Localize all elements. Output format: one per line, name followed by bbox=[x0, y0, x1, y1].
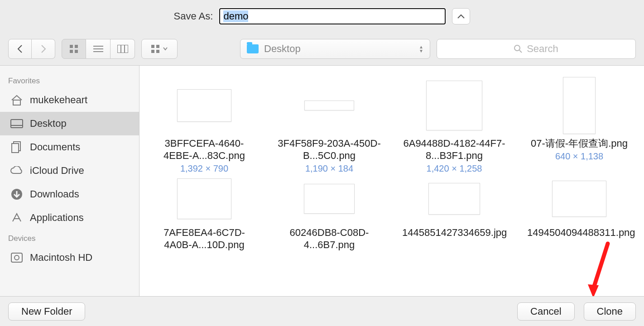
file-name: 1494504094488311.png bbox=[527, 226, 631, 239]
file-name: 07-请假-年假查询.png bbox=[531, 137, 628, 149]
file-thumbnail bbox=[428, 183, 480, 215]
svg-rect-11 bbox=[156, 45, 159, 48]
sidebar-item-macintosh-hd[interactable]: Macintosh HD bbox=[0, 246, 139, 269]
chevron-down-icon bbox=[163, 47, 168, 51]
svg-point-14 bbox=[514, 45, 520, 51]
file-thumbnail bbox=[177, 178, 231, 219]
sidebar-item-label: iCloud Drive bbox=[30, 165, 84, 177]
sidebar-item-label: Macintosh HD bbox=[30, 252, 92, 264]
home-icon bbox=[10, 94, 24, 106]
svg-rect-13 bbox=[156, 50, 159, 53]
disk-icon bbox=[10, 252, 24, 264]
footer: New Folder Cancel Clone bbox=[0, 296, 644, 326]
svg-point-24 bbox=[14, 255, 19, 260]
save-as-input[interactable] bbox=[219, 8, 446, 24]
arrange-button[interactable] bbox=[141, 39, 178, 59]
svg-rect-23 bbox=[11, 253, 22, 262]
svg-rect-16 bbox=[13, 100, 20, 105]
file-name: 6A94488D-4182-44F7-8...B3F1.png bbox=[402, 137, 506, 162]
save-as-label: Save As: bbox=[174, 10, 213, 22]
file-item[interactable]: 3BFFCEFA-4640-4EBE-A...83C.png1,392 × 79… bbox=[144, 74, 264, 174]
svg-rect-12 bbox=[151, 50, 154, 53]
download-icon bbox=[10, 188, 24, 200]
svg-rect-3 bbox=[75, 50, 78, 53]
sidebar-item-icloud[interactable]: iCloud Drive bbox=[0, 159, 139, 182]
toolbar: Desktop ▲▼ Search bbox=[0, 33, 644, 65]
sidebar: Favorites mukekeheart Desktop Documents … bbox=[0, 66, 139, 296]
updown-icon: ▲▼ bbox=[419, 45, 423, 53]
file-item[interactable]: 07-请假-年假查询.png640 × 1,138 bbox=[519, 74, 639, 174]
svg-line-15 bbox=[519, 50, 522, 53]
grid-icon bbox=[69, 44, 78, 53]
file-dimensions: 1,420 × 1,258 bbox=[427, 163, 482, 174]
file-item[interactable]: 6A94488D-4182-44F7-8...B3F1.png1,420 × 1… bbox=[394, 74, 514, 174]
sidebar-item-home[interactable]: mukekeheart bbox=[0, 88, 139, 112]
file-browser: 3BFFCEFA-4640-4EBE-A...83C.png1,392 × 79… bbox=[139, 66, 644, 296]
svg-rect-2 bbox=[70, 50, 73, 53]
columns-icon bbox=[117, 45, 128, 53]
main-area: Favorites mukekeheart Desktop Documents … bbox=[0, 65, 644, 296]
back-button[interactable] bbox=[8, 39, 32, 59]
folder-icon bbox=[247, 44, 259, 53]
desktop-icon bbox=[10, 118, 24, 129]
chevron-up-icon bbox=[457, 14, 465, 19]
list-view-button[interactable] bbox=[86, 39, 111, 59]
svg-rect-10 bbox=[151, 45, 154, 48]
file-item[interactable]: 1445851427334659.jpg bbox=[394, 174, 514, 251]
sidebar-header-favorites: Favorites bbox=[0, 72, 139, 88]
sidebar-item-label: Desktop bbox=[30, 118, 67, 129]
svg-rect-17 bbox=[11, 120, 23, 128]
cloud-icon bbox=[10, 165, 24, 177]
file-item[interactable]: 3F4F58F9-203A-450D-B...5C0.png1,190 × 18… bbox=[269, 74, 389, 174]
file-dimensions: 1,190 × 184 bbox=[305, 163, 353, 174]
apps-icon bbox=[10, 212, 24, 224]
expand-button[interactable] bbox=[452, 8, 470, 24]
list-icon bbox=[93, 45, 103, 53]
sidebar-item-documents[interactable]: Documents bbox=[0, 135, 139, 159]
location-label: Desktop bbox=[264, 43, 301, 55]
documents-icon bbox=[10, 141, 24, 153]
file-name: 3BFFCEFA-4640-4EBE-A...83C.png bbox=[152, 137, 256, 162]
icon-view-button[interactable] bbox=[62, 39, 86, 59]
file-name: 7AFE8EA4-6C7D-4A0B-A...10D.png bbox=[152, 226, 256, 251]
file-thumbnail bbox=[304, 101, 354, 110]
sidebar-item-downloads[interactable]: Downloads bbox=[0, 182, 139, 206]
chevron-right-icon bbox=[41, 45, 46, 53]
sidebar-header-devices: Devices bbox=[0, 230, 139, 246]
column-view-button[interactable] bbox=[111, 39, 135, 59]
forward-button[interactable] bbox=[32, 39, 55, 59]
file-name: 60246DB8-C08D-4...6B7.png bbox=[277, 226, 381, 251]
file-dimensions: 640 × 1,138 bbox=[555, 151, 603, 162]
svg-marker-26 bbox=[588, 284, 599, 296]
file-thumbnail bbox=[552, 181, 606, 217]
file-item[interactable]: 60246DB8-C08D-4...6B7.png bbox=[269, 174, 389, 251]
new-folder-button[interactable]: New Folder bbox=[8, 302, 85, 321]
clone-button[interactable]: Clone bbox=[584, 302, 636, 321]
sidebar-item-label: Applications bbox=[30, 212, 84, 224]
file-thumbnail bbox=[177, 89, 231, 122]
svg-rect-1 bbox=[75, 45, 78, 48]
file-item[interactable]: 1494504094488311.png bbox=[519, 174, 639, 251]
sidebar-item-label: mukekeheart bbox=[30, 94, 87, 106]
arrange-icon bbox=[151, 45, 160, 53]
cancel-button[interactable]: Cancel bbox=[517, 302, 574, 321]
svg-rect-0 bbox=[70, 45, 73, 48]
arrange-group bbox=[141, 39, 178, 59]
sidebar-item-label: Downloads bbox=[30, 188, 79, 200]
nav-back-forward bbox=[8, 39, 55, 59]
search-placeholder: Search bbox=[527, 43, 558, 55]
chevron-left-icon bbox=[17, 45, 23, 53]
view-mode-group bbox=[62, 39, 135, 59]
file-thumbnail bbox=[426, 81, 482, 130]
file-item[interactable]: 7AFE8EA4-6C7D-4A0B-A...10D.png bbox=[144, 174, 264, 251]
file-thumbnail bbox=[304, 184, 355, 214]
location-select[interactable]: Desktop ▲▼ bbox=[240, 39, 430, 59]
file-thumbnail bbox=[563, 77, 596, 134]
svg-rect-7 bbox=[117, 45, 128, 53]
file-name: 3F4F58F9-203A-450D-B...5C0.png bbox=[277, 137, 381, 162]
sidebar-item-applications[interactable]: Applications bbox=[0, 206, 139, 230]
sidebar-item-desktop[interactable]: Desktop bbox=[0, 112, 139, 135]
file-name: 1445851427334659.jpg bbox=[402, 226, 506, 239]
search-field[interactable]: Search bbox=[437, 39, 636, 59]
search-icon bbox=[514, 45, 522, 53]
